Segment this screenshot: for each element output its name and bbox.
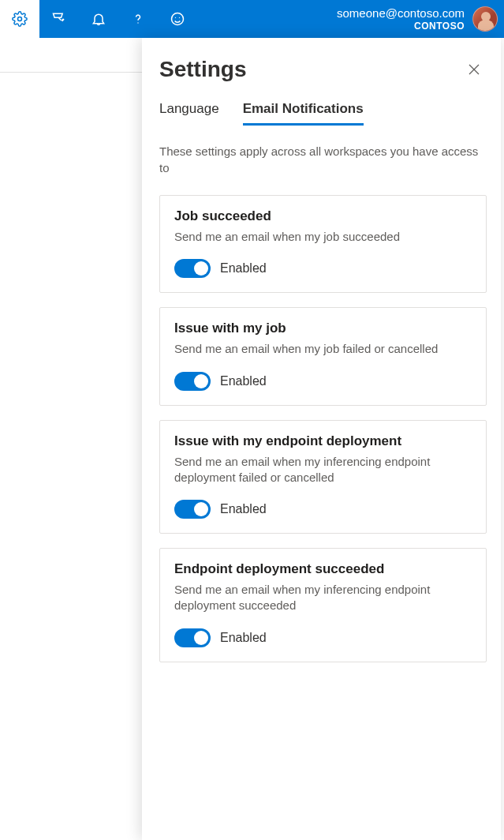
card-issue-with-job: Issue with my job Send me an email when … (159, 307, 487, 405)
close-icon (468, 63, 480, 76)
user-info[interactable]: someone@contoso.com CONTOSO (337, 6, 465, 32)
card-issue-endpoint-deployment: Issue with my endpoint deployment Send m… (159, 420, 487, 534)
card-title: Issue with my job (174, 321, 472, 336)
card-description: Send me an email when my inferencing end… (174, 582, 472, 614)
feedback-smiley-icon[interactable] (158, 0, 197, 38)
panel-header: Settings (159, 57, 487, 82)
close-button[interactable] (461, 57, 487, 82)
tab-email-notifications[interactable]: Email Notifications (243, 96, 364, 126)
card-title: Endpoint deployment succeeded (174, 561, 472, 577)
toggle-label: Enabled (220, 374, 267, 388)
toggle-label: Enabled (220, 502, 267, 516)
panel-description: These settings apply across all workspac… (159, 143, 487, 176)
settings-panel: Settings Language Email Notifications Th… (142, 38, 501, 840)
toggle-issue-endpoint[interactable] (174, 500, 211, 519)
top-bar-right: someone@contoso.com CONTOSO (337, 6, 498, 32)
toggle-issue-with-job[interactable] (174, 372, 211, 391)
help-icon[interactable] (118, 0, 158, 38)
card-description: Send me an email when my job succeeded (174, 229, 472, 245)
svg-point-3 (175, 17, 176, 18)
top-bar: someone@contoso.com CONTOSO (0, 0, 504, 38)
card-job-succeeded: Job succeeded Send me an email when my j… (159, 195, 487, 293)
content-divider (0, 38, 142, 73)
user-org: CONTOSO (414, 21, 465, 32)
toggle-row: Enabled (174, 500, 472, 519)
notifications-bell-icon[interactable] (79, 0, 118, 38)
tab-language[interactable]: Language (159, 96, 219, 126)
panel-title: Settings (159, 57, 246, 82)
avatar[interactable] (472, 6, 498, 32)
toggle-label: Enabled (220, 261, 267, 276)
card-title: Job succeeded (174, 208, 472, 224)
tabs: Language Email Notifications (159, 96, 487, 126)
toggle-row: Enabled (174, 259, 472, 278)
card-description: Send me an email when my job failed or c… (174, 341, 472, 357)
svg-point-1 (137, 22, 138, 23)
settings-gear-icon[interactable] (0, 0, 39, 38)
toggle-job-succeeded[interactable] (174, 259, 211, 278)
card-endpoint-deployment-succeeded: Endpoint deployment succeeded Send me an… (159, 548, 487, 662)
toggle-row: Enabled (174, 628, 472, 647)
user-email: someone@contoso.com (337, 6, 465, 21)
diagnostics-icon[interactable] (39, 0, 79, 38)
svg-point-0 (18, 17, 22, 21)
svg-point-4 (179, 17, 180, 18)
toggle-label: Enabled (220, 631, 267, 645)
toggle-endpoint-succeeded[interactable] (174, 628, 211, 647)
card-description: Send me an email when my inferencing end… (174, 454, 472, 486)
top-bar-left (0, 0, 197, 38)
card-title: Issue with my endpoint deployment (174, 433, 472, 449)
toggle-row: Enabled (174, 372, 472, 391)
svg-point-2 (172, 13, 184, 25)
